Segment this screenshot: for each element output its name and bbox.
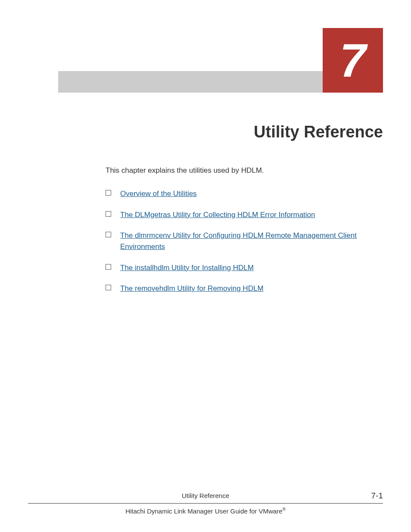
toc-link-overview[interactable]: Overview of the Utilities: [120, 190, 197, 198]
toc-item: The DLMgetras Utility for Collecting HDL…: [106, 209, 383, 221]
toc-item: The removehdlm Utility for Removing HDLM: [106, 283, 383, 294]
chapter-title: Utility Reference: [28, 123, 383, 141]
footer-guide-text: Hitachi Dynamic Link Manager User Guide …: [125, 507, 282, 515]
square-bullet-icon: [106, 190, 111, 196]
footer-top-row: Utility Reference 7-1: [28, 492, 383, 503]
toc-link-removehdlm[interactable]: The removehdlm Utility for Removing HDLM: [120, 284, 264, 292]
registered-symbol: ®: [282, 507, 285, 512]
chapter-intro: This chapter explains the utilities used…: [106, 165, 383, 176]
chapter-header: 7: [58, 28, 383, 93]
page-container: 7 Utility Reference This chapter explain…: [0, 0, 411, 532]
square-bullet-icon: [106, 232, 111, 237]
page-footer: Utility Reference 7-1 Hitachi Dynamic Li…: [28, 492, 383, 515]
toc-item: The installhdlm Utility for Installing H…: [106, 262, 383, 274]
toc-item: Overview of the Utilities: [106, 188, 383, 199]
chapter-number-badge: 7: [323, 28, 383, 93]
content-area: This chapter explains the utilities used…: [106, 165, 383, 294]
toc-link-dlmgetras[interactable]: The DLMgetras Utility for Collecting HDL…: [120, 211, 315, 219]
footer-section-title: Utility Reference: [28, 492, 383, 499]
square-bullet-icon: [106, 211, 111, 217]
toc-link-installhdlm[interactable]: The installhdlm Utility for Installing H…: [120, 264, 254, 272]
footer-guide-title: Hitachi Dynamic Link Manager User Guide …: [28, 507, 383, 515]
toc-link-dlmrmcenv[interactable]: The dlmrmcenv Utility for Configuring HD…: [120, 231, 357, 251]
footer-page-number: 7-1: [371, 491, 383, 501]
square-bullet-icon: [106, 264, 111, 270]
toc-item: The dlmrmcenv Utility for Configuring HD…: [106, 230, 383, 253]
footer-rule: [28, 503, 383, 504]
toc-list: Overview of the Utilities The DLMgetras …: [106, 188, 383, 294]
square-bullet-icon: [106, 285, 111, 290]
